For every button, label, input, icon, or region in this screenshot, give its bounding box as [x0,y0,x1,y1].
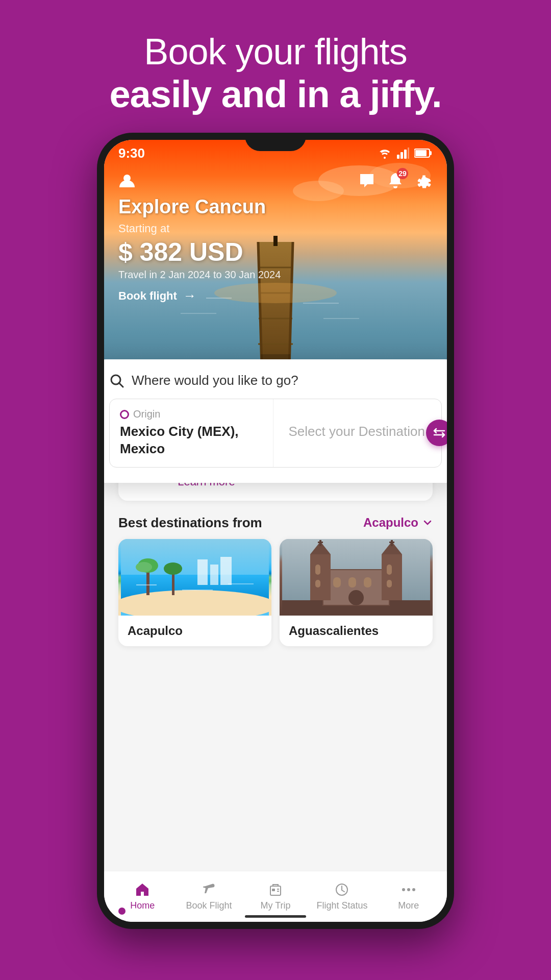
hero-dates: Travel in 2 Jan 2024 to 30 Jan 2024 [118,269,281,281]
svg-rect-50 [364,577,371,587]
origin-dot-icon [120,410,129,419]
hero-line2: easily and in a jiffy. [0,72,551,116]
book-flight-label: Book flight [118,289,177,303]
svg-line-29 [119,383,123,387]
svg-point-35 [136,562,152,572]
svg-rect-49 [348,577,356,587]
city-selector[interactable]: Acapulco [363,516,433,530]
search-bar[interactable]: Where would you like to go? [109,373,442,388]
flight-icon [202,882,217,897]
search-placeholder: Where would you like to go? [132,373,298,388]
phone-notch [245,133,306,151]
chevron-down-icon [422,518,433,528]
selected-city: Acapulco [363,516,418,530]
user-icon[interactable] [118,172,136,191]
svg-rect-56 [382,554,402,600]
bottom-nav: Home Book Flight My Trip [104,871,447,922]
svg-rect-51 [348,590,364,605]
hero-dots [118,908,138,915]
svg-rect-61 [318,542,323,543]
origin-value: Mexico City (MEX), Mexico [120,423,263,458]
settings-icon[interactable] [415,172,433,191]
svg-point-71 [412,888,415,891]
best-destinations-title: Best destinations from [118,515,262,531]
aguascalientes-label: Aguascalientes [280,616,433,646]
hero-destination: Explore Cancun [118,196,281,218]
nav-more[interactable]: More [375,882,442,911]
svg-point-69 [402,888,405,891]
hero-section: Book your flights easily and in a jiffy. [0,31,551,116]
svg-point-32 [118,590,271,616]
destination-field[interactable]: Select your Destination [273,399,442,467]
destination-card-acapulco[interactable]: Acapulco [118,539,271,646]
svg-rect-39 [210,565,218,585]
top-nav: 29 [104,166,447,197]
svg-rect-52 [310,554,331,600]
svg-rect-63 [389,542,394,543]
origin-field[interactable]: Origin Mexico City (MEX), Mexico [110,399,273,467]
search-icon [109,373,124,388]
destination-placeholder: Select your Destination [289,423,432,440]
book-flight-nav-label: Book Flight [186,900,232,911]
dot-2[interactable] [131,908,138,915]
wifi-icon [378,148,392,159]
aguascalientes-image [280,539,433,616]
svg-rect-21 [400,152,403,159]
hero-content: Explore Cancun Starting at $ 382 USD Tra… [118,196,281,304]
svg-rect-40 [220,557,232,585]
best-destinations-header: Best destinations from Acapulco [104,501,447,539]
phone-screen: 9:30 [104,140,447,922]
chat-icon[interactable] [358,172,375,191]
battery-icon [414,148,433,158]
notification-icon[interactable]: 29 [387,172,404,191]
home-indicator [245,915,306,918]
my-trip-label: My Trip [261,900,291,911]
signal-icon [397,148,409,159]
svg-rect-48 [333,577,341,587]
svg-rect-59 [387,580,392,587]
svg-rect-54 [315,565,320,575]
destination-card-aguascalientes[interactable]: Aguascalientes [280,539,433,646]
home-icon [135,882,150,897]
top-nav-right: 29 [358,172,433,191]
status-icons [378,148,433,159]
status-icon [334,882,349,897]
nav-home[interactable]: Home [109,882,176,911]
svg-rect-22 [404,150,407,159]
book-flight-button[interactable]: Book flight → [118,288,281,304]
hero-price: $ 382 USD [118,237,281,267]
search-fields: Origin Mexico City (MEX), Mexico [109,399,442,468]
notification-badge: 29 [397,168,408,179]
svg-point-70 [407,888,410,891]
more-label: More [398,900,419,911]
acapulco-label: Acapulco [118,616,271,646]
nav-flight-status[interactable]: Flight Status [309,882,375,911]
hero-starting-label: Starting at [118,222,281,235]
svg-rect-25 [430,151,432,155]
svg-point-37 [164,562,182,575]
svg-rect-20 [397,155,399,159]
book-flight-arrow: → [183,288,196,304]
origin-label: Origin [120,408,263,420]
nav-my-trip[interactable]: My Trip [242,882,309,911]
status-time: 9:30 [118,145,145,161]
trip-icon [268,882,283,897]
svg-rect-65 [272,889,275,891]
svg-rect-23 [408,148,409,159]
svg-rect-58 [387,565,392,575]
destination-label [289,408,432,420]
more-icon [401,882,416,897]
dot-1[interactable] [118,908,126,915]
acapulco-image [118,539,271,616]
svg-rect-55 [315,580,320,587]
hero-line1: Book your flights [0,31,551,72]
svg-rect-26 [415,150,427,156]
nav-book-flight[interactable]: Book Flight [176,882,242,911]
flight-status-label: Flight Status [316,900,367,911]
search-overlay: Where would you like to go? Origin Mexic… [104,359,447,483]
phone-frame: 9:30 [97,133,454,929]
destination-cards: Acapulco [104,539,447,646]
svg-rect-38 [197,559,208,585]
